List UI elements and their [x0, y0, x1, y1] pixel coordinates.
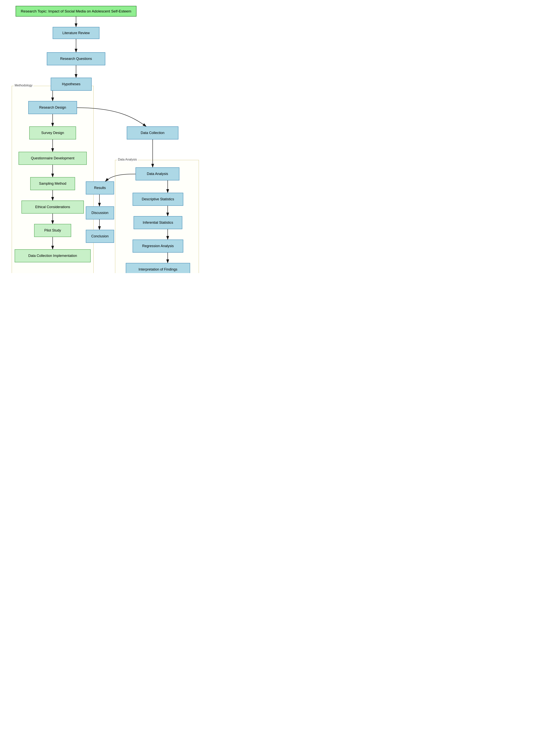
- pilot-study-node: Pilot Study: [34, 224, 71, 237]
- descriptive-stats-node: Descriptive Statistics: [133, 193, 183, 206]
- methodology-group-label: Methodology: [14, 84, 33, 87]
- research-design-node: Research Design: [28, 101, 77, 114]
- interpretation-node: Interpretation of Findings: [126, 263, 190, 273]
- data-analysis-group-label: Data Analysis: [117, 158, 138, 161]
- discussion-node: Discussion: [86, 206, 114, 219]
- research-questions-node: Research Questions: [47, 52, 105, 65]
- data-collection-node: Data Collection: [127, 126, 178, 140]
- regression-analysis-node: Regression Analysis: [133, 239, 183, 253]
- sampling-method-node: Sampling Method: [30, 177, 75, 190]
- inferential-stats-node: Inferential Statistics: [133, 216, 182, 229]
- diagram-container: Methodology Data Analysis: [0, 0, 205, 12]
- conclusion-node: Conclusion: [86, 230, 114, 243]
- survey-design-node: Survey Design: [29, 126, 76, 140]
- hypotheses-node: Hypotheses: [51, 78, 92, 91]
- data-collection-impl-node: Data Collection Implementation: [15, 249, 91, 262]
- results-node: Results: [86, 181, 114, 194]
- research-topic-node: Research Topic: Impact of Social Media o…: [16, 6, 136, 17]
- data-analysis-node: Data Analysis: [135, 167, 179, 180]
- questionnaire-dev-node: Questionnaire Development: [19, 152, 87, 165]
- literature-review-node: Literature Review: [52, 27, 100, 39]
- ethical-considerations-node: Ethical Considerations: [21, 200, 84, 214]
